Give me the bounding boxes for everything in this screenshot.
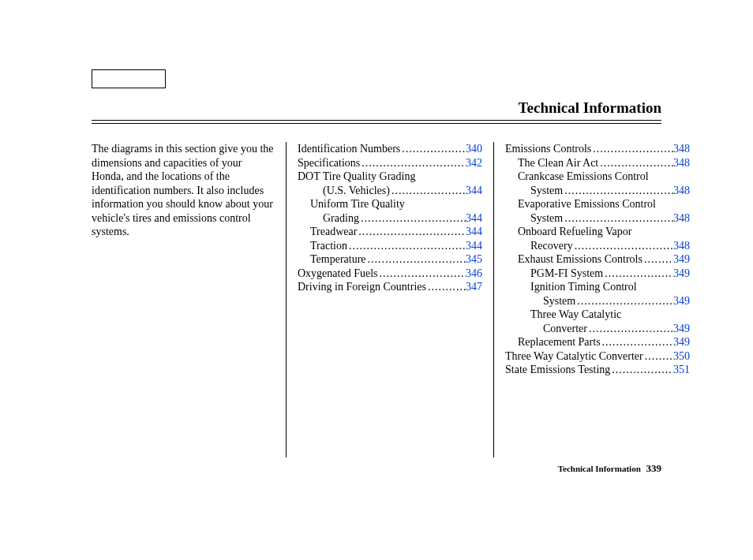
toc-text: Onboard Refueling Vapor bbox=[505, 225, 690, 239]
footer-page-number: 339 bbox=[643, 462, 662, 474]
toc-column-2: Emissions Controls348The Clean Air Act34… bbox=[494, 142, 690, 457]
toc-text: Ignition Timing Control bbox=[505, 280, 690, 294]
toc-label: System bbox=[530, 211, 563, 226]
columns: The diagrams in this section give you th… bbox=[92, 142, 690, 457]
toc-page-link[interactable]: 347 bbox=[466, 280, 482, 294]
toc-page-link[interactable]: 346 bbox=[466, 267, 482, 281]
toc-page-link[interactable]: 350 bbox=[673, 349, 690, 364]
toc-label: Identification Numbers bbox=[298, 142, 400, 156]
toc-page-link[interactable]: 342 bbox=[466, 156, 482, 170]
toc-page-link[interactable]: 349 bbox=[673, 267, 690, 281]
toc-dots bbox=[642, 252, 673, 267]
toc-entry: Temperature345 bbox=[298, 252, 482, 267]
toc-entry: PGM-FI System349 bbox=[505, 267, 690, 281]
page-title: Technical Information bbox=[519, 99, 661, 117]
toc-label: Specifications bbox=[298, 156, 360, 170]
toc-dots bbox=[426, 280, 466, 294]
toc-dots bbox=[575, 294, 673, 308]
toc-entry: Converter349 bbox=[505, 322, 690, 336]
toc-page-link[interactable]: 340 bbox=[466, 142, 482, 156]
toc-column-1: Identification Numbers340Specifications3… bbox=[287, 142, 493, 457]
toc-dots bbox=[573, 239, 673, 253]
toc-dots bbox=[347, 239, 466, 253]
page: Technical Information The diagrams in th… bbox=[0, 0, 753, 560]
toc-label: System bbox=[543, 294, 575, 308]
toc-page-link[interactable]: 349 bbox=[673, 335, 690, 349]
toc-page-link[interactable]: 344 bbox=[466, 184, 482, 198]
toc-dots bbox=[366, 252, 466, 267]
toc-label: Converter bbox=[543, 322, 587, 336]
toc-text: Crankcase Emissions Control bbox=[505, 170, 690, 184]
intro-column: The diagrams in this section give you th… bbox=[92, 142, 286, 457]
toc-entry: Treadwear344 bbox=[298, 225, 482, 239]
toc-label: Recovery bbox=[530, 239, 573, 253]
toc-page-link[interactable]: 345 bbox=[466, 252, 482, 267]
toc-entry: Emissions Controls348 bbox=[505, 142, 690, 156]
toc-label: Grading bbox=[323, 211, 359, 226]
toc-entry: Grading344 bbox=[298, 211, 482, 226]
toc-dots bbox=[598, 156, 673, 170]
toc-entry: System349 bbox=[505, 294, 690, 308]
toc-label: Emissions Controls bbox=[505, 142, 591, 156]
toc-label: Traction bbox=[310, 239, 347, 253]
footer: Technical Information 339 bbox=[558, 462, 661, 475]
toc-label: State Emissions Testing bbox=[505, 363, 610, 377]
header-box bbox=[92, 69, 166, 88]
toc-label: Replacement Parts bbox=[518, 335, 601, 349]
toc-page-link[interactable]: 348 bbox=[673, 239, 690, 253]
toc-dots bbox=[587, 322, 673, 336]
toc-page-link[interactable]: 348 bbox=[673, 142, 690, 156]
toc-text: DOT Tire Quality Grading bbox=[298, 170, 482, 184]
toc-label: Three Way Catalytic Converter bbox=[505, 349, 643, 364]
toc-entry: Three Way Catalytic Converter350 bbox=[505, 349, 690, 364]
toc-page-link[interactable]: 344 bbox=[466, 211, 482, 226]
toc-entry: The Clean Air Act348 bbox=[505, 156, 690, 170]
toc-dots bbox=[390, 184, 466, 198]
toc-entry: Replacement Parts349 bbox=[505, 335, 690, 349]
toc-page-link[interactable]: 349 bbox=[673, 294, 690, 308]
toc-dots bbox=[591, 142, 673, 156]
toc-page-link[interactable]: 349 bbox=[673, 322, 690, 336]
toc-page-link[interactable]: 344 bbox=[466, 239, 482, 253]
toc-entry: System348 bbox=[505, 211, 690, 226]
toc-label: (U.S. Vehicles) bbox=[323, 184, 390, 198]
toc-label: Treadwear bbox=[310, 225, 357, 239]
toc-label: Temperature bbox=[310, 252, 366, 267]
toc-label: The Clean Air Act bbox=[518, 156, 598, 170]
toc-entry: Traction344 bbox=[298, 239, 482, 253]
toc-entry: Driving in Foreign Countries347 bbox=[298, 280, 482, 294]
toc-label: System bbox=[530, 184, 563, 198]
toc-page-link[interactable]: 348 bbox=[673, 211, 690, 226]
toc-label: Exhaust Emissions Controls bbox=[518, 252, 642, 267]
toc-dots bbox=[400, 142, 466, 156]
toc-entry: Recovery348 bbox=[505, 239, 690, 253]
toc-dots bbox=[601, 335, 673, 349]
toc-entry: Exhaust Emissions Controls349 bbox=[505, 252, 690, 267]
toc-entry: Identification Numbers340 bbox=[298, 142, 482, 156]
rule-lower bbox=[92, 123, 661, 124]
toc-page-link[interactable]: 344 bbox=[466, 225, 482, 239]
toc-label: Oxygenated Fuels bbox=[298, 267, 377, 281]
toc-dots bbox=[377, 267, 466, 281]
toc-entry: (U.S. Vehicles)344 bbox=[298, 184, 482, 198]
toc-entry: Specifications342 bbox=[298, 156, 482, 170]
toc-text: Evaporative Emissions Control bbox=[505, 197, 690, 211]
toc-page-link[interactable]: 351 bbox=[673, 363, 690, 377]
toc-dots bbox=[610, 363, 673, 377]
toc-page-link[interactable]: 348 bbox=[673, 184, 690, 198]
toc-page-link[interactable]: 349 bbox=[673, 252, 690, 267]
toc-dots bbox=[357, 225, 466, 239]
toc-entry: System348 bbox=[505, 184, 690, 198]
toc-entry: Oxygenated Fuels346 bbox=[298, 267, 482, 281]
toc-page-link[interactable]: 348 bbox=[673, 156, 690, 170]
toc-label: Driving in Foreign Countries bbox=[298, 280, 426, 294]
footer-section: Technical Information bbox=[558, 464, 641, 473]
toc-dots bbox=[563, 211, 673, 226]
intro-text: The diagrams in this section give you th… bbox=[92, 142, 275, 239]
toc-text: Uniform Tire Quality bbox=[298, 197, 482, 211]
toc-dots bbox=[359, 211, 466, 226]
toc-entry: State Emissions Testing351 bbox=[505, 363, 690, 377]
toc-dots bbox=[360, 156, 466, 170]
toc-dots bbox=[643, 349, 673, 364]
rule-upper bbox=[92, 120, 661, 121]
